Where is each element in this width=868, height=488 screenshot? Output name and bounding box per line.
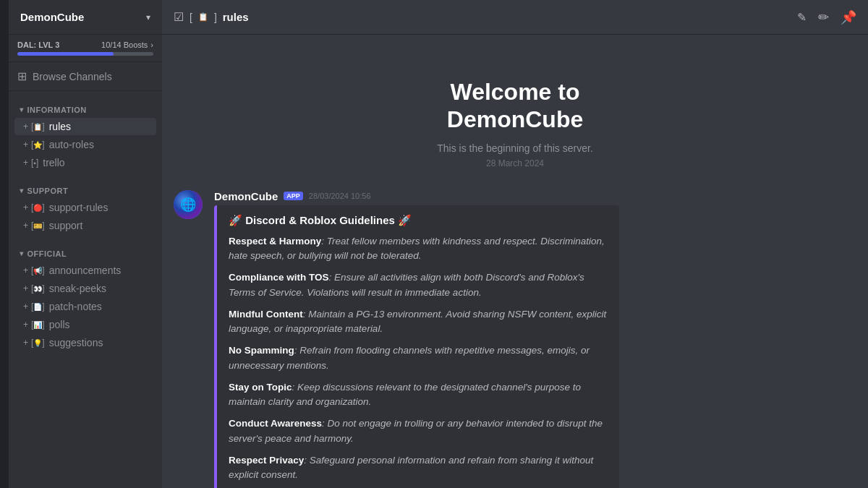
welcome-title: Welcome toDemonCube xyxy=(188,78,842,134)
welcome-date: 28 March 2024 xyxy=(188,158,842,168)
channel-item-support[interactable]: + [🎫] support xyxy=(14,217,156,234)
message-author: DemonCube xyxy=(214,190,278,202)
main-content: ☑ [ 📋 ] rules ✏ ✏ 📌 Welcome toDemonCube … xyxy=(162,0,868,488)
message-header: DemonCube APP 28/03/2024 10:56 xyxy=(214,190,856,202)
category-information: INFORMATION + [📋] rules + [⭐] auto-roles… xyxy=(9,103,162,172)
rule-bold-3: Mindful Content xyxy=(229,309,303,320)
add-channel-icon-8: + xyxy=(23,301,28,312)
edit-icon[interactable]: ✏ xyxy=(818,9,829,25)
server-name: DemonCube xyxy=(20,11,146,23)
channel-item-auto-roles[interactable]: + [⭐] auto-roles xyxy=(14,136,156,153)
boost-bar-fill xyxy=(17,52,114,56)
rule-bold-5: Stay on Topic xyxy=(229,382,292,393)
rule-item-7: Respect Privacy: Safeguard personal info… xyxy=(229,453,608,483)
boost-bar-container: DAL: LVL 3 10/14 Boosts › xyxy=(9,35,162,62)
header-bracket-icon-right: ] xyxy=(214,12,217,23)
channel-name-sneak-peeks: sneak-peeks xyxy=(49,283,106,294)
channel-name-auto-roles: auto-roles xyxy=(49,139,94,150)
header-bracket-icon-left: [ xyxy=(190,12,192,23)
rules-channel-icon: [📋] xyxy=(31,121,45,132)
category-header-support[interactable]: SUPPORT xyxy=(9,184,162,198)
message-group: 🌐 DemonCube APP 28/03/2024 10:56 🚀 Disco… xyxy=(174,190,856,488)
rule-bold-2: Compliance with TOS xyxy=(229,272,329,283)
channel-item-trello[interactable]: + [▪] trello xyxy=(14,154,156,171)
rule-bold-6: Conduct Awareness xyxy=(229,418,322,429)
boost-level: DAL: LVL 3 xyxy=(17,40,59,49)
add-channel-icon-10: + xyxy=(23,338,28,348)
suggestions-icon: [💡] xyxy=(31,338,45,348)
channel-name-suggestions: suggestions xyxy=(49,337,103,348)
sneak-peeks-icon: [👀] xyxy=(31,283,45,294)
add-channel-icon-2: + xyxy=(23,140,28,150)
boost-bar-track xyxy=(17,52,153,56)
channel-name-trello: trello xyxy=(43,157,64,168)
channel-header-icons: ✏ ✏ 📌 xyxy=(797,9,856,25)
browse-channels-button[interactable]: ⊞ Browse Channels xyxy=(9,62,162,91)
compass-icon: ⊞ xyxy=(17,69,27,83)
server-header[interactable]: DemonCube ▾ xyxy=(9,0,162,35)
support-rules-icon: [🔴] xyxy=(31,202,45,213)
channel-name-patch-notes: patch-notes xyxy=(49,301,102,312)
channel-item-patch-notes[interactable]: + [📄] patch-notes xyxy=(14,298,156,315)
channel-item-polls[interactable]: + [📊] polls xyxy=(14,316,156,333)
add-channel-icon-6: + xyxy=(23,265,28,275)
add-channel-icon: + xyxy=(23,121,28,132)
channel-item-support-rules[interactable]: + [🔴] support-rules xyxy=(14,199,156,216)
channel-item-announcements[interactable]: + [📢] announcements xyxy=(14,262,156,279)
chevron-right-icon: › xyxy=(150,40,153,49)
message-bubble-title: 🚀 Discord & Roblox Guidelines 🚀 xyxy=(229,214,608,227)
add-channel-icon-4: + xyxy=(23,202,28,213)
support-icon: [🎫] xyxy=(31,221,45,231)
boost-count[interactable]: 10/14 Boosts › xyxy=(101,40,153,49)
avatar: 🌐 xyxy=(174,190,203,219)
message-timestamp: 28/03/2024 10:56 xyxy=(309,192,371,200)
add-channel-icon-5: + xyxy=(23,221,28,231)
rule-bold-7: Respect Privacy xyxy=(229,455,304,466)
threads-icon[interactable]: ✏ xyxy=(793,9,810,25)
announcements-icon: [📢] xyxy=(31,265,45,275)
channel-sidebar: DemonCube ▾ DAL: LVL 3 10/14 Boosts › ⊞ … xyxy=(9,0,162,488)
channel-type-icon: ☑ xyxy=(174,10,184,24)
app-badge: APP xyxy=(284,192,303,200)
welcome-subtitle: This is the beginning of this server. xyxy=(188,142,842,154)
avatar-inner: 🌐 xyxy=(174,190,203,219)
channel-item-rules[interactable]: + [📋] rules xyxy=(14,118,156,135)
category-support: SUPPORT + [🔴] support-rules + [🎫] suppor… xyxy=(9,184,162,235)
message-content: DemonCube APP 28/03/2024 10:56 🚀 Discord… xyxy=(214,190,856,488)
category-header-information[interactable]: INFORMATION xyxy=(9,103,162,117)
chevron-down-icon: ▾ xyxy=(146,12,150,22)
category-header-official[interactable]: OFFICIAL xyxy=(9,247,162,261)
add-channel-icon-3: + xyxy=(23,158,28,168)
add-channel-icon-9: + xyxy=(23,320,28,330)
rule-item-5: Stay on Topic: Keep discussions relevant… xyxy=(229,380,608,410)
channel-name-polls: polls xyxy=(49,319,70,330)
auto-roles-channel-icon: [⭐] xyxy=(31,140,45,150)
rule-item-4: No Spamming: Refrain from flooding chann… xyxy=(229,343,608,373)
channel-header-name: rules xyxy=(223,11,249,23)
rule-bold-1: Respect & Harmony xyxy=(229,236,321,247)
header-channel-icon: 📋 xyxy=(198,12,208,22)
browse-channels-label: Browse Channels xyxy=(33,71,112,82)
trello-channel-icon: [▪] xyxy=(31,158,38,168)
channel-item-sneak-peeks[interactable]: + [👀] sneak-peeks xyxy=(14,280,156,297)
rule-item-2: Compliance with TOS: Ensure all activiti… xyxy=(229,270,608,300)
channel-name-rules: rules xyxy=(49,121,71,132)
welcome-section: Welcome toDemonCube This is the beginnin… xyxy=(174,35,856,190)
pin-icon[interactable]: 📌 xyxy=(841,9,856,25)
rule-item-1: Respect & Harmony: Treat fellow members … xyxy=(229,234,608,264)
message-bubble: 🚀 Discord & Roblox Guidelines 🚀 Respect … xyxy=(214,205,619,488)
category-official: OFFICIAL + [📢] announcements + [👀] sneak… xyxy=(9,247,162,352)
server-list xyxy=(0,0,9,488)
channel-name-support: support xyxy=(49,220,83,231)
boost-bar-label: DAL: LVL 3 10/14 Boosts › xyxy=(17,40,153,49)
channel-header-left: ☑ [ 📋 ] rules xyxy=(174,10,249,24)
channel-header: ☑ [ 📋 ] rules ✏ ✏ 📌 xyxy=(162,0,868,35)
add-channel-icon-7: + xyxy=(23,283,28,294)
channel-name-support-rules: support-rules xyxy=(49,202,109,213)
polls-icon: [📊] xyxy=(31,320,45,330)
channel-item-suggestions[interactable]: + [💡] suggestions xyxy=(14,334,156,351)
rule-bold-4: No Spamming xyxy=(229,345,294,356)
channel-name-announcements: announcements xyxy=(49,265,122,276)
rule-item-3: Mindful Content: Maintain a PG-13 enviro… xyxy=(229,307,608,337)
messages-area[interactable]: Welcome toDemonCube This is the beginnin… xyxy=(162,35,868,488)
